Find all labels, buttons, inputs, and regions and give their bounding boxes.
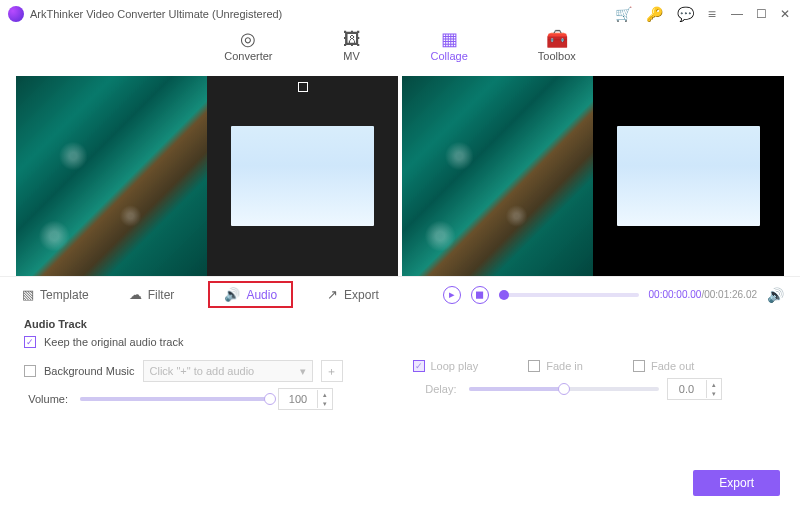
volume-knob[interactable] xyxy=(264,393,276,405)
add-audio-button[interactable]: ＋ xyxy=(321,360,343,382)
audio-options: Audio Track Keep the original audio trac… xyxy=(0,312,800,416)
bg-music-label: Background Music xyxy=(44,365,135,377)
preview-cell-1 xyxy=(402,76,593,276)
bg-music-placeholder: Click "+" to add audio xyxy=(150,365,255,377)
footer: Export xyxy=(0,459,800,507)
fade-out-checkbox[interactable] xyxy=(633,360,645,372)
title-actions: 🛒 🔑 💬 ≡ xyxy=(615,6,716,22)
spin-down-icon[interactable]: ▾ xyxy=(318,399,332,408)
nav-mv[interactable]: 🖼 MV xyxy=(343,30,361,62)
app-title: ArkThinker Video Converter Ultimate (Unr… xyxy=(30,8,282,20)
bg-music-select[interactable]: Click "+" to add audio ▾ xyxy=(143,360,313,382)
nav-label: Collage xyxy=(431,50,468,62)
section-title: Audio Track xyxy=(24,318,776,330)
timecode: 00:00:00.00/00:01:26.02 xyxy=(649,289,757,300)
main-nav: ◎ Converter 🖼 MV ▦ Collage 🧰 Toolbox xyxy=(0,28,800,76)
volume-icon[interactable]: 🔊 xyxy=(767,287,784,303)
spin-up-icon[interactable]: ▴ xyxy=(707,380,721,389)
resize-handle-icon[interactable] xyxy=(298,82,308,92)
fade-in-label: Fade in xyxy=(546,360,583,372)
keep-original-row: Keep the original audio track xyxy=(24,336,776,348)
feedback-icon[interactable]: 💬 xyxy=(677,6,694,22)
nav-collage[interactable]: ▦ Collage xyxy=(431,30,468,62)
audio-icon: 🔊 xyxy=(224,287,240,302)
close-icon[interactable]: ✕ xyxy=(778,7,792,21)
window-controls: — ☐ ✕ xyxy=(730,7,792,21)
subtab-template[interactable]: ▧ Template xyxy=(16,283,95,306)
bg-music-row: Background Music Click "+" to add audio … xyxy=(24,360,343,382)
keep-original-checkbox[interactable] xyxy=(24,336,36,348)
subtab-audio[interactable]: 🔊 Audio xyxy=(208,281,293,308)
time-current: 00:00:00.00 xyxy=(649,289,702,300)
title-bar: ArkThinker Video Converter Ultimate (Unr… xyxy=(0,0,800,28)
delay-slider[interactable] xyxy=(469,387,659,391)
preview-thumb-ocean xyxy=(402,76,593,276)
fade-in-checkbox[interactable] xyxy=(528,360,540,372)
subtab-label: Export xyxy=(344,288,379,302)
nav-label: Converter xyxy=(224,50,272,62)
keep-original-label: Keep the original audio track xyxy=(44,336,183,348)
preview-panel xyxy=(402,76,784,276)
delay-row: Delay: ▴▾ xyxy=(413,378,722,400)
minimize-icon[interactable]: — xyxy=(730,7,744,21)
export-button[interactable]: Export xyxy=(693,470,780,496)
bg-music-checkbox[interactable] xyxy=(24,365,36,377)
cart-icon[interactable]: 🛒 xyxy=(615,6,632,22)
sub-tab-bar: ▧ Template ☁ Filter 🔊 Audio ↗ Export ▸ ◼… xyxy=(0,276,800,312)
menu-icon[interactable]: ≡ xyxy=(708,6,716,22)
volume-label: Volume: xyxy=(24,393,72,405)
collage-cell-1[interactable] xyxy=(16,76,207,276)
subtab-label: Audio xyxy=(246,288,277,302)
maximize-icon[interactable]: ☐ xyxy=(754,7,768,21)
spin-down-icon[interactable]: ▾ xyxy=(707,389,721,398)
preview-thumb-sky xyxy=(617,126,760,226)
stop-button[interactable]: ◼ xyxy=(471,286,489,304)
collage-cell-2[interactable] xyxy=(207,76,398,276)
mv-icon: 🖼 xyxy=(343,30,361,48)
filter-icon: ☁ xyxy=(129,287,142,302)
toolbox-icon: 🧰 xyxy=(546,30,568,48)
chevron-down-icon: ▾ xyxy=(300,365,306,378)
subtab-export[interactable]: ↗ Export xyxy=(321,283,385,306)
workspace xyxy=(0,76,800,276)
clip-thumbnail-sky xyxy=(231,126,374,226)
subtab-filter[interactable]: ☁ Filter xyxy=(123,283,181,306)
delay-knob[interactable] xyxy=(558,383,570,395)
loop-play-label: Loop play xyxy=(431,360,479,372)
spin-up-icon[interactable]: ▴ xyxy=(318,390,332,399)
loop-play-checkbox[interactable] xyxy=(413,360,425,372)
seek-slider[interactable] xyxy=(499,293,639,297)
key-icon[interactable]: 🔑 xyxy=(646,6,663,22)
volume-value[interactable] xyxy=(279,393,317,405)
nav-converter[interactable]: ◎ Converter xyxy=(224,30,272,62)
volume-row: Volume: ▴▾ xyxy=(24,388,343,410)
template-icon: ▧ xyxy=(22,287,34,302)
app-logo-icon xyxy=(8,6,24,22)
volume-spinbox[interactable]: ▴▾ xyxy=(278,388,333,410)
converter-icon: ◎ xyxy=(240,30,256,48)
play-button[interactable]: ▸ xyxy=(443,286,461,304)
export-icon: ↗ xyxy=(327,287,338,302)
subtab-label: Filter xyxy=(148,288,175,302)
time-total: 00:01:26.02 xyxy=(704,289,757,300)
delay-spinbox[interactable]: ▴▾ xyxy=(667,378,722,400)
clip-thumbnail-ocean xyxy=(16,76,207,276)
playback-flags: Loop play Fade in Fade out xyxy=(413,360,722,372)
fade-out-label: Fade out xyxy=(651,360,694,372)
collage-icon: ▦ xyxy=(441,30,458,48)
app-window: ArkThinker Video Converter Ultimate (Unr… xyxy=(0,0,800,507)
nav-label: Toolbox xyxy=(538,50,576,62)
delay-label: Delay: xyxy=(413,383,461,395)
playback-controls: ▸ ◼ 00:00:00.00/00:01:26.02 🔊 xyxy=(443,286,784,304)
editor-panel[interactable] xyxy=(16,76,398,276)
nav-toolbox[interactable]: 🧰 Toolbox xyxy=(538,30,576,62)
subtab-label: Template xyxy=(40,288,89,302)
nav-label: MV xyxy=(343,50,360,62)
volume-slider[interactable] xyxy=(80,397,270,401)
delay-value[interactable] xyxy=(668,383,706,395)
preview-cell-2 xyxy=(593,76,784,276)
